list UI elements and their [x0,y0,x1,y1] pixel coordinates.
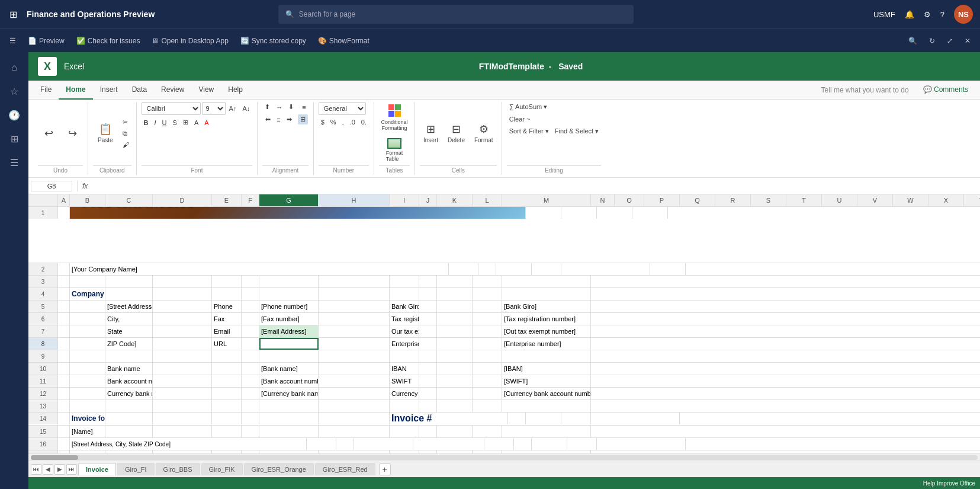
cell-f8[interactable] [242,338,259,350]
wrap-text-btn[interactable]: ≡ [300,103,308,112]
cell-e8[interactable]: URL [212,338,242,350]
font-size-select[interactable]: 9 [202,102,226,115]
cell-b8[interactable] [70,338,105,350]
col-header-w[interactable]: W [893,194,928,206]
tab-help[interactable]: Help [221,81,250,100]
sheet-prev-btn[interactable]: ◀ [43,464,53,475]
cell-k8[interactable] [437,338,473,350]
cell-f14[interactable] [242,413,259,424]
cell-b2[interactable]: [Your Company Name] [70,263,449,275]
cell-e14[interactable] [212,413,242,424]
cell-j6[interactable] [419,313,437,325]
cell-j13[interactable] [419,400,437,412]
cell-c6[interactable]: City, [105,313,153,325]
cell-l15[interactable] [473,426,502,437]
cell-d17[interactable] [153,450,212,453]
conditional-formatting-btn[interactable]: ConditionalFormatting [379,102,410,133]
close-btn[interactable]: ✕ [960,34,975,47]
col-header-l[interactable]: L [473,194,502,206]
cell-g8-active[interactable] [259,338,319,350]
cell-k6[interactable] [437,313,473,325]
cell-g15[interactable] [259,426,319,437]
cell-a15[interactable] [58,426,70,437]
cell-g14[interactable] [259,413,319,424]
cell-i2[interactable] [449,263,478,275]
cell-d3[interactable] [153,276,212,287]
cell-g9[interactable] [259,350,319,362]
cell-e6[interactable]: Fax [212,313,242,325]
col-header-r[interactable]: R [715,194,751,206]
sidebar-home[interactable]: ⌂ [4,57,25,78]
scrollbar-thumb[interactable] [31,455,78,460]
cell-m4[interactable] [502,288,591,300]
horizontal-scrollbar[interactable] [28,453,980,461]
cell-m8[interactable]: [Enterprise number] [502,338,591,350]
cell-b10[interactable] [70,363,105,375]
cell-i4[interactable] [390,288,419,300]
cell-l12[interactable] [473,388,502,399]
cell-i3[interactable] [390,276,419,287]
font-shrink-btn[interactable]: A↓ [240,104,252,113]
cell-k12[interactable] [437,388,473,399]
cell-a10[interactable] [58,363,70,375]
cell-g13[interactable] [259,400,319,412]
col-header-p[interactable]: P [644,194,680,206]
grid-body[interactable]: 1 Free text invoice 2 [28,207,980,453]
cell-i9[interactable] [390,350,419,362]
cell-l2[interactable] [532,263,561,275]
increase-decimal-btn[interactable]: .0 [348,117,358,127]
col-header-j[interactable]: J [419,194,437,206]
number-format-select[interactable]: General [319,102,366,115]
tab-view[interactable]: View [191,81,221,100]
cell-f15[interactable] [242,426,259,437]
italic-btn[interactable]: I [152,118,159,127]
cell-l5[interactable] [473,301,502,312]
font-name-select[interactable]: Calibri [142,102,201,115]
cell-a12[interactable] [58,388,70,399]
cell-c12[interactable]: Currency bank name [105,388,153,399]
cell-h5[interactable] [319,301,390,312]
cell-h15[interactable] [319,426,390,437]
col-header-v[interactable]: V [857,194,893,206]
cell-f12[interactable] [242,388,259,399]
cell-a16[interactable] [58,438,70,450]
cell-h3[interactable] [319,276,390,287]
invoice-header-cell[interactable]: Free text invoice [70,207,526,219]
sidebar-workspaces[interactable]: ⊞ [4,128,25,149]
col-header-d[interactable]: D [153,194,212,206]
align-top-btn[interactable]: ⬆ [262,102,272,112]
cell-e9[interactable] [212,350,242,362]
clear-btn[interactable]: Clear ~ [507,114,533,124]
cut-btn[interactable]: ✂ [120,117,131,127]
cell-b17[interactable] [70,450,105,453]
autosum-btn[interactable]: ∑ AutoSum ▾ [507,102,550,112]
col-header-f[interactable]: F [242,194,259,206]
cell-c8[interactable]: ZIP Code] [105,338,153,350]
cell-b15[interactable]: [Name] [70,426,105,437]
currency-btn[interactable]: $ [319,117,327,127]
gear-icon[interactable]: ⚙ [924,10,931,19]
cell-h8[interactable] [319,338,390,350]
cell-m16[interactable] [597,438,686,450]
cell-e5[interactable]: Phone [212,301,242,312]
cell-b5[interactable] [70,301,105,312]
col-header-h[interactable]: H [319,194,390,206]
cell-i10[interactable]: IBAN [390,363,419,375]
sheet-last-btn[interactable]: ⏭ [66,464,77,475]
col-header-g[interactable]: G [259,194,319,206]
decrease-decimal-btn[interactable]: 0. [359,117,369,127]
cell-m17[interactable] [502,450,591,453]
cell-i12[interactable]: Currency bank account number [390,388,419,399]
cell-e11[interactable] [212,375,242,387]
tab-data[interactable]: Data [125,81,154,100]
col-header-c[interactable]: C [105,194,153,206]
cell-g7[interactable]: [Email Address] [259,325,319,337]
refresh-btn[interactable]: ↻ [924,34,940,47]
cell-d14[interactable] [153,413,212,424]
cell-s1[interactable] [632,207,668,219]
cell-b16[interactable]: [Street Address, City, State ZIP Code] [70,438,307,450]
cell-j7[interactable] [419,325,437,337]
cell-k17[interactable] [437,450,473,453]
font-grow-btn[interactable]: A↑ [227,104,239,113]
cell-c17[interactable] [105,450,153,453]
